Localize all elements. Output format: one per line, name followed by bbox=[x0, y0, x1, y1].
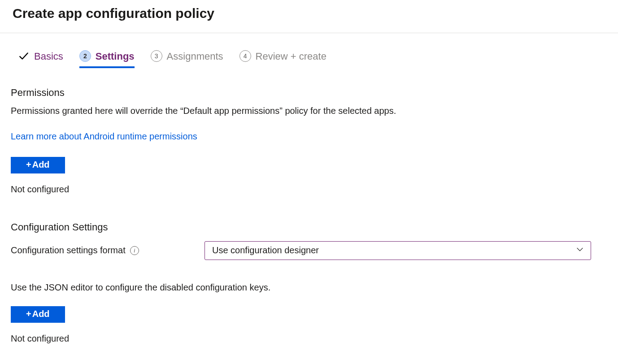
config-json-hint: Use the JSON editor to configure the dis… bbox=[11, 282, 607, 294]
tab-assignments-label: Assignments bbox=[167, 50, 223, 63]
config-format-select[interactable]: Use configuration designer bbox=[205, 241, 591, 260]
step-number-4: 4 bbox=[239, 50, 251, 62]
checkmark-icon bbox=[18, 50, 30, 62]
step-number-3: 3 bbox=[151, 50, 162, 62]
plus-icon: + bbox=[26, 160, 31, 169]
step-number-2: 2 bbox=[79, 50, 91, 62]
config-status: Not configured bbox=[11, 333, 607, 345]
permissions-status: Not configured bbox=[11, 183, 607, 195]
config-format-label: Configuration settings format bbox=[11, 244, 126, 256]
permissions-add-label: Add bbox=[32, 160, 50, 169]
tab-basics[interactable]: Basics bbox=[18, 49, 63, 69]
tab-basics-label: Basics bbox=[34, 50, 63, 63]
tab-assignments[interactable]: 3 Assignments bbox=[151, 49, 223, 69]
tab-review-create[interactable]: 4 Review + create bbox=[239, 49, 326, 69]
tab-settings-label: Settings bbox=[96, 50, 135, 63]
config-format-selected-value: Use configuration designer bbox=[212, 244, 319, 256]
permissions-learn-more-link[interactable]: Learn more about Android runtime permiss… bbox=[11, 130, 197, 143]
plus-icon: + bbox=[26, 309, 31, 319]
tab-review-label: Review + create bbox=[256, 50, 326, 63]
permissions-add-button[interactable]: +Add bbox=[11, 157, 65, 173]
step-tabs: Basics 2 Settings 3 Assignments 4 Review… bbox=[0, 33, 618, 69]
config-add-button[interactable]: +Add bbox=[11, 306, 65, 323]
permissions-description: Permissions granted here will override t… bbox=[11, 105, 607, 117]
config-settings-heading: Configuration Settings bbox=[11, 221, 607, 234]
page-title: Create app configuration policy bbox=[13, 4, 605, 23]
permissions-heading: Permissions bbox=[11, 86, 607, 100]
info-icon[interactable]: i bbox=[130, 246, 139, 255]
tab-settings[interactable]: 2 Settings bbox=[79, 49, 135, 69]
config-add-label: Add bbox=[32, 309, 50, 319]
